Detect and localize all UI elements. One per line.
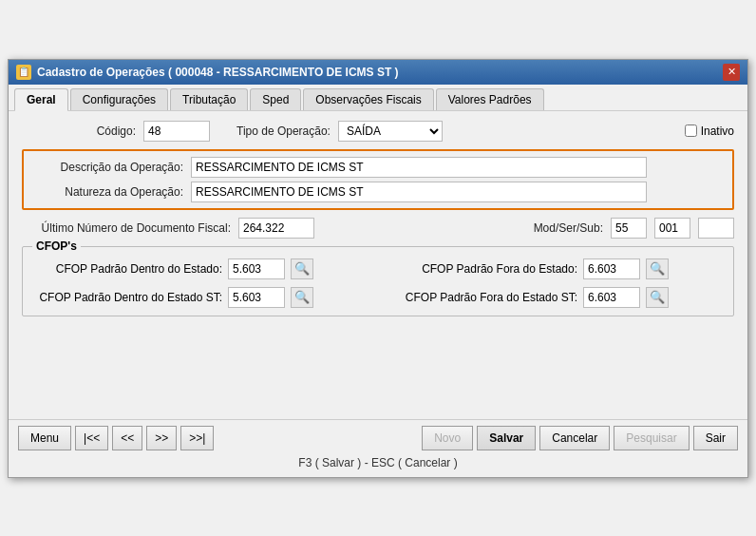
cfops-group: CFOP's CFOP Padrão Dentro do Estado: 🔍 C… — [22, 246, 734, 316]
descricao-natureza-box: Descrição da Operação: Natureza da Opera… — [22, 149, 734, 210]
first-button[interactable]: |<< — [75, 426, 108, 450]
cancelar-button[interactable]: Cancelar — [539, 426, 610, 450]
cfop-fora-input[interactable] — [583, 258, 640, 279]
button-row: Menu |<< << >> >>| Novo Salvar Cancelar … — [18, 426, 738, 450]
natureza-input[interactable] — [191, 182, 647, 202]
tab-sped[interactable]: Sped — [250, 88, 301, 110]
ser-input[interactable] — [654, 218, 690, 239]
menu-button[interactable]: Menu — [18, 426, 71, 450]
tabs-bar: Geral Configurações Tributação Sped Obse… — [9, 85, 747, 111]
codigo-label: Código: — [22, 124, 136, 138]
status-text: F3 ( Salvar ) - ESC ( Cancelar ) — [298, 456, 457, 469]
cfop-dentro-label: CFOP Padrão Dentro do Estado: — [32, 262, 222, 276]
ultimo-num-input[interactable] — [238, 218, 314, 239]
mod-ser-sub-label: Mod/Ser/Sub: — [534, 221, 603, 235]
bottom-area: Menu |<< << >> >>| Novo Salvar Cancelar … — [9, 419, 747, 477]
sub-input[interactable] — [698, 218, 734, 239]
cfops-grid: CFOP Padrão Dentro do Estado: 🔍 CFOP Pad… — [32, 258, 724, 308]
main-window: 📋 Cadastro de Operações ( 000048 - RESSA… — [8, 59, 748, 478]
row-ultimo-num: Último Número de Documento Fiscal: Mod/S… — [22, 218, 734, 239]
cfop-dentro-input[interactable] — [228, 258, 285, 279]
tipo-op-select[interactable]: SAÍDA ENTRADA — [338, 121, 443, 142]
main-content: Código: Tipo de Operação: SAÍDA ENTRADA … — [9, 111, 747, 419]
tab-tributacao[interactable]: Tributação — [170, 88, 248, 110]
inativo-label: Inativo — [701, 124, 734, 138]
cfop-dentro-st-search-button[interactable]: 🔍 — [291, 287, 313, 308]
tipo-op-label: Tipo de Operação: — [236, 124, 331, 138]
tab-observacoes[interactable]: Observações Fiscais — [303, 88, 433, 110]
window-title: Cadastro de Operações ( 000048 - RESSARC… — [37, 66, 399, 79]
cfop-dentro-st-row: CFOP Padrão Dentro do Estado ST: 🔍 — [32, 287, 369, 308]
title-bar: 📋 Cadastro de Operações ( 000048 - RESSA… — [9, 60, 747, 85]
cfop-dentro-search-button[interactable]: 🔍 — [291, 258, 313, 279]
next-button[interactable]: >> — [146, 426, 177, 450]
novo-button[interactable]: Novo — [422, 426, 473, 450]
cfop-fora-search-button[interactable]: 🔍 — [646, 258, 669, 279]
row-natureza: Natureza da Operação: — [31, 182, 725, 202]
sair-button[interactable]: Sair — [693, 426, 738, 450]
ultimo-num-label: Último Número de Documento Fiscal: — [22, 221, 231, 235]
empty-area — [22, 324, 734, 410]
cfop-dentro-row: CFOP Padrão Dentro do Estado: 🔍 — [32, 258, 369, 279]
cfop-fora-st-input[interactable] — [583, 287, 640, 308]
window-icon: 📋 — [16, 65, 31, 80]
inativo-row: Inativo — [685, 124, 734, 138]
prev-button[interactable]: << — [112, 426, 142, 450]
pesquisar-button[interactable]: Pesquisar — [614, 426, 689, 450]
tab-configuracoes[interactable]: Configurações — [70, 88, 168, 110]
mod-input[interactable] — [611, 218, 647, 239]
descricao-input[interactable] — [191, 157, 647, 178]
row-descricao: Descrição da Operação: — [31, 157, 725, 178]
last-button[interactable]: >>| — [180, 426, 214, 450]
natureza-label: Natureza da Operação: — [31, 185, 183, 199]
status-bar: F3 ( Salvar ) - ESC ( Cancelar ) — [18, 454, 738, 471]
descricao-label: Descrição da Operação: — [31, 161, 183, 174]
cfop-dentro-st-input[interactable] — [228, 287, 285, 308]
tab-geral[interactable]: Geral — [14, 88, 68, 111]
salvar-button[interactable]: Salvar — [477, 426, 536, 450]
codigo-input[interactable] — [143, 121, 210, 142]
tab-valores[interactable]: Valores Padrões — [436, 88, 544, 110]
row-codigo: Código: Tipo de Operação: SAÍDA ENTRADA … — [22, 121, 734, 142]
cfop-dentro-st-label: CFOP Padrão Dentro do Estado ST: — [32, 291, 222, 304]
inativo-checkbox[interactable] — [685, 124, 697, 137]
cfop-fora-st-search-button[interactable]: 🔍 — [646, 287, 669, 308]
cfop-fora-st-label: CFOP Padrão Fora do Estado ST: — [387, 291, 577, 304]
cfops-legend: CFOP's — [32, 239, 81, 253]
close-button[interactable]: ✕ — [723, 64, 740, 81]
cfop-fora-label: CFOP Padrão Fora do Estado: — [387, 262, 577, 276]
cfop-fora-row: CFOP Padrão Fora do Estado: 🔍 — [387, 258, 724, 279]
cfop-fora-st-row: CFOP Padrão Fora do Estado ST: 🔍 — [387, 287, 724, 308]
